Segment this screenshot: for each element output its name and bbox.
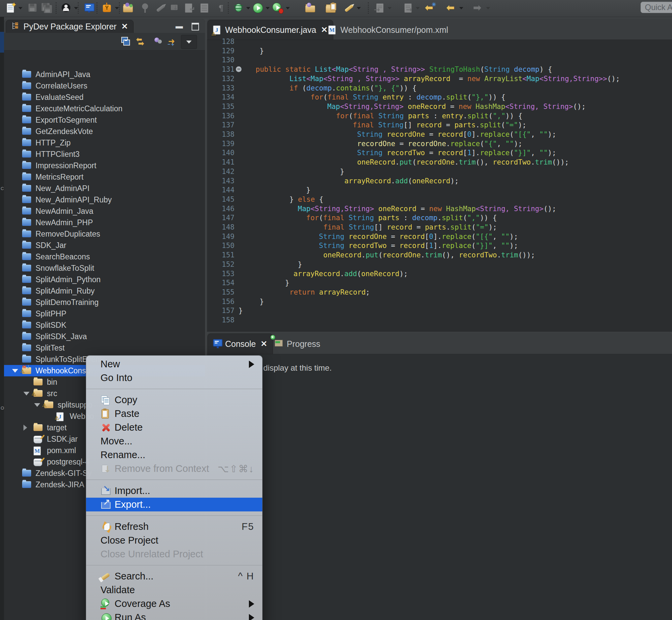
tree-item-splitadmin-python[interactable]: SplitAdmin_Python — [4, 274, 205, 285]
tree-item-new-adminapi[interactable]: New_AdminAPI — [4, 183, 205, 194]
menu-item-search-[interactable]: Search...^ H — [86, 569, 262, 583]
dropdown-arrow-icon[interactable] — [286, 7, 290, 9]
dropdown-arrow-icon[interactable] — [357, 7, 361, 9]
tree-item-splitphp[interactable]: SplitPHP — [4, 308, 205, 319]
tree-item-splittest[interactable]: SplitTest — [4, 342, 205, 354]
menu-item-rename-[interactable]: Rename... — [86, 448, 262, 462]
code-line-154[interactable]: 154} — [207, 278, 289, 288]
tree-item-http-zip[interactable]: HTTP_Zip — [4, 137, 205, 149]
code-line-141[interactable]: 141oneRecord.put(recordOne.trim(), recor… — [207, 157, 569, 167]
menu-item-validate[interactable]: Validate — [86, 583, 262, 597]
view-toolbar-link-with-editor-icon[interactable]: ⬅➡ — [135, 36, 148, 48]
code-line-152[interactable]: 152} — [207, 260, 302, 269]
code-line-138[interactable]: 138String recordOne = record[0].replace(… — [207, 130, 556, 139]
close-explorer-icon[interactable]: ✕ — [121, 22, 128, 31]
close-tab-icon[interactable]: ✕ — [261, 339, 267, 349]
tree-item-evaluateseed[interactable]: EvaluateSeed — [4, 92, 205, 103]
tree-item-newadmin-java[interactable]: NewAdmin_Java — [4, 205, 205, 217]
view-toolbar-focus-task-icon[interactable]: ➜−＋ — [167, 36, 179, 48]
menu-item-coverage-as[interactable]: Coverage As — [86, 597, 262, 611]
code-line-153[interactable]: 153arrayRecord.add(oneRecord); — [207, 269, 408, 278]
tree-item-httpclient3[interactable]: HTTPClient3 — [4, 149, 205, 160]
menu-item-run-as[interactable]: Run As — [86, 611, 262, 620]
code-line-142[interactable]: 142} — [207, 167, 344, 176]
dropdown-arrow-icon[interactable] — [459, 7, 463, 9]
code-line-139[interactable]: 139recordOne = recordOne.replace("{", ""… — [207, 139, 522, 149]
code-line-149[interactable]: 149String recordOne = record[0].replace(… — [207, 232, 518, 241]
toolbar-button-console-view[interactable] — [83, 2, 95, 14]
toolbar-button-open-task-folder[interactable] — [122, 2, 134, 14]
minimize-icon[interactable]: ▬ — [175, 23, 183, 31]
view-toolbar-collapse-all-icon[interactable] — [120, 36, 132, 48]
menu-item-go-into[interactable]: Go Into — [86, 371, 262, 385]
toolbar-button-folder-purple[interactable] — [304, 2, 316, 14]
code-line-151[interactable]: 151oneRecord.put(recordOne.trim(), recor… — [207, 250, 535, 260]
toolbar-button-pen-gold[interactable] — [343, 2, 361, 14]
code-line-140[interactable]: 140String recordTwo = record[1].replace(… — [207, 148, 556, 157]
tree-item-removeduplicates[interactable]: RemoveDuplicates — [4, 228, 205, 240]
dropdown-arrow-icon[interactable] — [266, 7, 270, 9]
code-line-155[interactable]: 155return arrayRecord; — [207, 288, 370, 297]
code-line-129[interactable]: 129} — [207, 46, 264, 56]
tab-console[interactable]: Console✕ — [208, 334, 273, 354]
menu-item-paste[interactable]: Paste — [86, 407, 262, 421]
menu-item-copy[interactable]: Copy — [86, 393, 262, 407]
toolbar-button-run-debug[interactable] — [272, 2, 290, 14]
maximize-icon[interactable] — [191, 23, 199, 31]
tree-item-new-adminapi-ruby[interactable]: New_AdminAPI_Ruby — [4, 194, 205, 205]
code-line-128[interactable]: 128 — [207, 37, 238, 46]
code-line-157[interactable]: 157} — [207, 306, 243, 315]
code-line-137[interactable]: 137final String[] record = parts.split("… — [207, 120, 526, 130]
tree-item-splitadmin-ruby[interactable]: SplitAdmin_Ruby — [4, 285, 205, 297]
code-line-148[interactable]: 148final String[] record = parts.split("… — [207, 222, 497, 232]
tree-item-searchbeacons[interactable]: SearchBeacons — [4, 251, 205, 262]
code-line-131[interactable]: 131−public static List<Map<String , Stri… — [207, 65, 552, 74]
tree-item-getzendeskvote[interactable]: GetZendeskVote — [4, 126, 205, 137]
code-line-143[interactable]: 143arrayRecord.add(oneRecord); — [207, 176, 459, 186]
toolbar-button-back[interactable]: ⬅ — [446, 2, 463, 14]
tab-progress[interactable]: Progress — [269, 334, 326, 354]
code-line-144[interactable]: 144} — [207, 185, 311, 195]
menu-item-move-[interactable]: Move... — [86, 434, 262, 448]
view-toolbar-package-filter-icon[interactable] — [153, 36, 165, 48]
dropdown-arrow-icon[interactable] — [18, 7, 22, 9]
tree-item-executemetriccalculation[interactable]: ExecuteMetricCalculation — [4, 103, 205, 114]
code-line-145[interactable]: 145} else { — [207, 195, 323, 204]
tree-item-sdk-jar[interactable]: SDK_Jar — [4, 240, 205, 251]
tree-item-adminapi-java[interactable]: AdminAPI_Java — [4, 69, 205, 80]
dropdown-arrow-icon[interactable] — [416, 7, 420, 9]
toolbar-button-account[interactable] — [60, 2, 78, 14]
menu-item-new[interactable]: New — [86, 357, 262, 371]
dropdown-arrow-icon[interactable] — [388, 7, 392, 9]
menu-item-export-[interactable]: ↗Export... — [86, 498, 262, 511]
code-line-150[interactable]: 150String recordTwo = record[1].replace(… — [207, 241, 518, 250]
tree-item-splitsdk[interactable]: SplitSDK — [4, 319, 205, 331]
code-line-147[interactable]: 147for(final String parts : decomp.split… — [207, 213, 497, 222]
code-line-136[interactable]: 136for(final String parts : entry.split(… — [207, 111, 522, 121]
expander-down-icon[interactable] — [34, 403, 40, 407]
fold-marker-icon[interactable]: − — [236, 66, 241, 72]
dropdown-arrow-icon[interactable] — [486, 7, 490, 9]
expander-down-icon[interactable] — [23, 392, 30, 396]
quick-access-input[interactable]: Quick Acc — [640, 2, 672, 13]
toolbar-button-folder-clip[interactable] — [325, 2, 337, 14]
toolbar-button-run[interactable] — [252, 2, 270, 14]
tree-item-correlateusers[interactable]: CorrelateUsers — [4, 80, 205, 92]
tree-item-exporttosegment[interactable]: ExportToSegment — [4, 114, 205, 126]
tree-item-impressionreport[interactable]: ImpressionReport — [4, 160, 205, 171]
code-line-130[interactable]: 130 — [207, 55, 238, 65]
menu-item-delete[interactable]: Delete — [86, 421, 262, 434]
code-line-134[interactable]: 134for(final String entry : decomp.split… — [207, 93, 505, 102]
code-line-135[interactable]: 135Map<String,String> oneRecord = new Ha… — [207, 102, 585, 111]
view-menu-chevron-icon[interactable] — [181, 35, 197, 49]
dropdown-arrow-icon[interactable] — [246, 7, 250, 9]
toolbar-button-split-box[interactable] — [101, 2, 119, 14]
tree-item-newadmin-php[interactable]: NewAdmin_PHP — [4, 217, 205, 228]
dropdown-arrow-icon[interactable] — [115, 7, 119, 9]
tree-item-splitsdk-java[interactable]: SplitSDK_Java — [4, 331, 205, 342]
code-line-158[interactable]: 158 — [207, 315, 238, 325]
menu-item-close-project[interactable]: Close Project — [86, 533, 262, 547]
code-editor[interactable]: 128129}130131−public static List<Map<Str… — [207, 37, 672, 332]
expander-down-icon[interactable] — [12, 369, 18, 373]
code-line-133[interactable]: 133if (decomp.contains("}, {")) { — [207, 84, 416, 93]
